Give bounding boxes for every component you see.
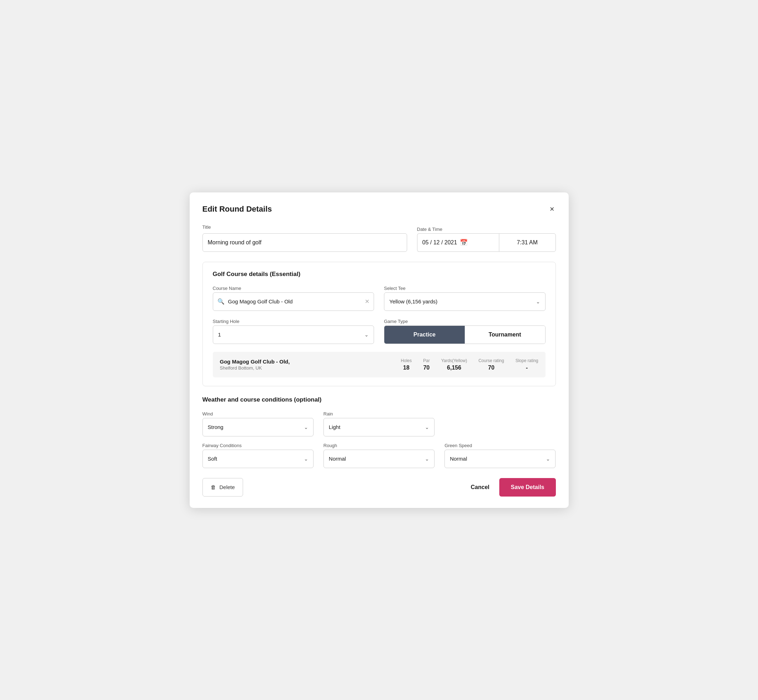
slope-rating-value: - — [526, 364, 528, 371]
stat-yards: Yards(Yellow) 6,156 — [441, 358, 467, 371]
wind-rain-row: Wind Strong ⌄ Rain Light ⌄ — [202, 411, 556, 436]
course-name-group: Course Name 🔍 Gog Magog Golf Club - Old … — [213, 286, 374, 311]
datetime-field-group: Date & Time 05 / 12 / 2021 📅 7:31 AM — [417, 227, 556, 252]
starting-hole-value: 1 — [218, 331, 221, 338]
game-type-toggle: Practice Tournament — [384, 325, 545, 344]
edit-round-modal: Edit Round Details × Title Date & Time 0… — [190, 192, 568, 508]
starting-hole-group: Starting Hole 1 ⌄ — [213, 319, 374, 344]
course-name-input[interactable]: 🔍 Gog Magog Golf Club - Old ✕ — [213, 292, 374, 311]
yards-value: 6,156 — [447, 364, 461, 371]
cancel-button[interactable]: Cancel — [471, 484, 489, 491]
rain-label: Rain — [324, 411, 434, 417]
footer-row: 🗑 Delete Cancel Save Details — [202, 478, 556, 497]
calendar-icon: 📅 — [460, 239, 468, 247]
par-value: 70 — [423, 364, 429, 371]
fairway-dropdown[interactable]: Soft ⌄ — [202, 450, 313, 468]
close-button[interactable]: × — [548, 204, 556, 214]
practice-button[interactable]: Practice — [384, 326, 465, 344]
stat-holes: Holes 18 — [401, 358, 412, 371]
game-type-label: Game Type — [384, 319, 545, 324]
fairway-rough-green-row: Fairway Conditions Soft ⌄ Rough Normal ⌄… — [202, 443, 556, 468]
chevron-down-icon: ⌄ — [425, 456, 429, 462]
stat-course-rating: Course rating 70 — [478, 358, 504, 371]
delete-label: Delete — [219, 484, 235, 490]
course-info-name-bold: Gog Magog Golf Club - Old, — [220, 359, 401, 364]
title-label: Title — [202, 225, 407, 230]
modal-header: Edit Round Details × — [202, 204, 556, 214]
course-info-bar: Gog Magog Golf Club - Old, Shelford Bott… — [213, 352, 545, 377]
rough-label: Rough — [324, 443, 434, 448]
wind-group: Wind Strong ⌄ — [202, 411, 313, 436]
par-label: Par — [423, 358, 430, 363]
rain-value: Light — [329, 424, 341, 430]
save-button[interactable]: Save Details — [499, 478, 556, 497]
stat-slope-rating: Slope rating - — [515, 358, 538, 371]
yards-label: Yards(Yellow) — [441, 358, 467, 363]
trash-icon: 🗑 — [211, 484, 216, 490]
course-info-location: Shelford Bottom, UK — [220, 365, 401, 370]
chevron-down-icon: ⌄ — [365, 332, 369, 338]
chevron-down-icon: ⌄ — [546, 456, 550, 462]
starting-hole-dropdown[interactable]: 1 ⌄ — [213, 325, 374, 344]
course-rating-label: Course rating — [478, 358, 504, 363]
course-name-label: Course Name — [213, 286, 374, 291]
datetime-inputs: 05 / 12 / 2021 📅 7:31 AM — [417, 233, 556, 252]
golf-course-title: Golf Course details (Essential) — [213, 271, 545, 278]
wind-label: Wind — [202, 411, 313, 417]
holes-label: Holes — [401, 358, 412, 363]
green-speed-value: Normal — [450, 456, 467, 462]
modal-title: Edit Round Details — [202, 205, 272, 214]
date-input[interactable]: 05 / 12 / 2021 📅 — [417, 233, 499, 252]
fairway-label: Fairway Conditions — [202, 443, 313, 448]
weather-title: Weather and course conditions (optional) — [202, 396, 556, 403]
datetime-label: Date & Time — [417, 227, 556, 232]
rough-value: Normal — [329, 456, 346, 462]
course-name-value: Gog Magog Golf Club - Old — [228, 298, 362, 305]
course-info-name: Gog Magog Golf Club - Old, Shelford Bott… — [220, 359, 401, 370]
select-tee-dropdown[interactable]: Yellow (6,156 yards) ⌄ — [384, 292, 545, 311]
top-row: Title Date & Time 05 / 12 / 2021 📅 7:31 … — [202, 225, 556, 252]
course-tee-row: Course Name 🔍 Gog Magog Golf Club - Old … — [213, 286, 545, 311]
select-tee-value: Yellow (6,156 yards) — [389, 298, 437, 305]
title-field-group: Title — [202, 225, 407, 252]
slope-rating-label: Slope rating — [515, 358, 538, 363]
clear-icon[interactable]: ✕ — [365, 298, 370, 305]
select-tee-group: Select Tee Yellow (6,156 yards) ⌄ — [384, 286, 545, 311]
footer-right: Cancel Save Details — [471, 478, 556, 497]
delete-button[interactable]: 🗑 Delete — [202, 478, 243, 497]
game-type-group: Game Type Practice Tournament — [384, 319, 545, 344]
hole-gametype-row: Starting Hole 1 ⌄ Game Type Practice Tou… — [213, 319, 545, 344]
chevron-down-icon: ⌄ — [425, 424, 429, 430]
wind-dropdown[interactable]: Strong ⌄ — [202, 418, 313, 436]
time-input[interactable]: 7:31 AM — [499, 233, 556, 252]
fairway-value: Soft — [208, 456, 218, 462]
time-value: 7:31 AM — [517, 239, 538, 246]
wind-value: Strong — [208, 424, 224, 430]
rough-group: Rough Normal ⌄ — [324, 443, 434, 468]
course-rating-value: 70 — [488, 364, 495, 371]
stat-par: Par 70 — [423, 358, 430, 371]
holes-value: 18 — [403, 364, 410, 371]
chevron-down-icon: ⌄ — [536, 299, 540, 305]
rain-dropdown[interactable]: Light ⌄ — [324, 418, 434, 436]
weather-section: Weather and course conditions (optional)… — [202, 396, 556, 468]
starting-hole-label: Starting Hole — [213, 319, 374, 324]
date-value: 05 / 12 / 2021 — [423, 239, 457, 246]
golf-course-section: Golf Course details (Essential) Course N… — [202, 262, 556, 386]
rain-group: Rain Light ⌄ — [324, 411, 434, 436]
fairway-group: Fairway Conditions Soft ⌄ — [202, 443, 313, 468]
search-icon: 🔍 — [218, 298, 224, 305]
chevron-down-icon: ⌄ — [304, 424, 308, 430]
course-stats: Holes 18 Par 70 Yards(Yellow) 6,156 Cour… — [401, 358, 538, 371]
select-tee-label: Select Tee — [384, 286, 545, 291]
green-speed-dropdown[interactable]: Normal ⌄ — [445, 450, 556, 468]
chevron-down-icon: ⌄ — [304, 456, 308, 462]
green-speed-group: Green Speed Normal ⌄ — [445, 443, 556, 468]
title-input[interactable] — [202, 233, 407, 252]
tournament-button[interactable]: Tournament — [465, 326, 545, 344]
green-speed-label: Green Speed — [445, 443, 556, 448]
rough-dropdown[interactable]: Normal ⌄ — [324, 450, 434, 468]
